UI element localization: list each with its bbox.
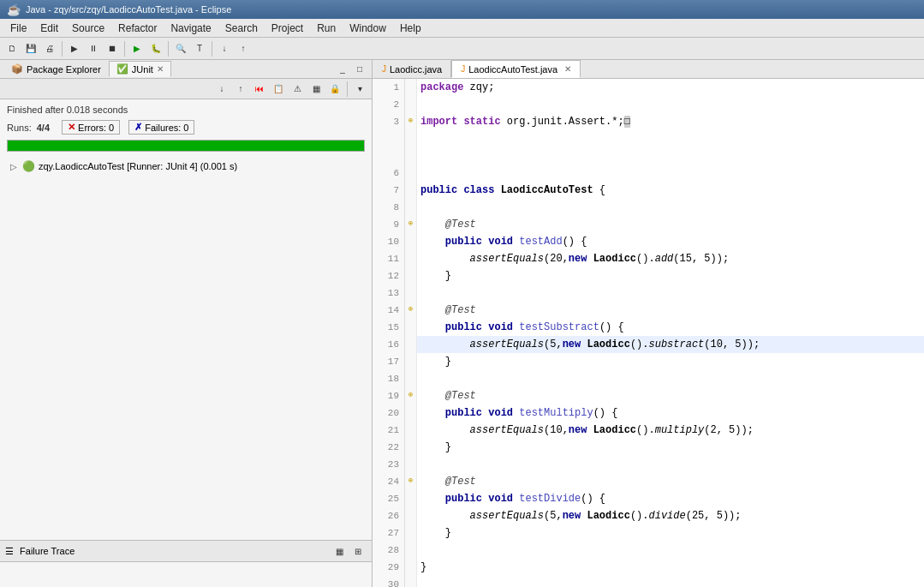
prev-failure-button[interactable]: ↑ — [232, 81, 249, 98]
tab-package-explorer-label: Package Explorer — [27, 64, 101, 75]
editor-tab-laodiccautotest[interactable]: J LaodiccAutoTest.java ✕ — [451, 60, 581, 78]
title-text: Java - zqy/src/zqy/LaodiccAutoTest.java … — [26, 4, 231, 15]
editor-tab-laodicc[interactable]: J Laodicc.java — [373, 60, 451, 78]
history-button[interactable]: 📋 — [270, 81, 287, 98]
junit-icon: ✅ — [116, 63, 128, 75]
open-type-button[interactable]: T — [191, 40, 208, 57]
print-button[interactable]: 🖨 — [41, 40, 58, 57]
line-gutter-11 — [405, 250, 417, 267]
tab-junit[interactable]: ✅ JUnit ✕ — [109, 61, 171, 77]
line-num-30: 30 — [373, 576, 405, 587]
scroll-lock-button[interactable]: 🔒 — [326, 81, 343, 98]
code-line-25: 25 public void testDivide() { — [373, 490, 924, 507]
stop-button[interactable]: ⏹ — [104, 40, 121, 57]
code-line-1: 1 package zqy; — [373, 79, 924, 96]
menu-source[interactable]: Source — [65, 21, 111, 36]
line-num-18: 18 — [373, 370, 405, 387]
line-content-20: public void testMultiply() { — [417, 404, 924, 422]
code-line-22: 22 } — [373, 439, 924, 456]
line-content-28 — [417, 542, 924, 559]
minimize-panel-button[interactable]: _ — [334, 61, 351, 78]
panel-menu-button[interactable]: ▾ — [351, 81, 368, 98]
menu-file[interactable]: File — [3, 21, 33, 36]
line-gutter-30 — [405, 576, 417, 587]
line-content-30 — [417, 576, 924, 587]
code-line-5 — [373, 147, 924, 165]
line-num-5 — [373, 147, 405, 165]
editor-tab-close[interactable]: ✕ — [564, 64, 571, 74]
prev-annot-button[interactable]: ↑ — [235, 40, 252, 57]
line-num-23: 23 — [373, 456, 405, 473]
line-gutter-29 — [405, 559, 417, 576]
errors-box: ✕ Errors: 0 — [62, 120, 120, 135]
run-button[interactable]: ▶ — [128, 40, 146, 57]
line-gutter-14: ⊕ — [405, 302, 417, 319]
line-gutter-1 — [405, 79, 417, 96]
code-editor[interactable]: 1 package zqy; 2 3 ⊕ import static org.j… — [373, 79, 924, 587]
save-button[interactable]: 💾 — [22, 40, 39, 57]
line-content-25: public void testDivide() { — [417, 490, 924, 507]
code-line-20: 20 public void testMultiply() { — [373, 404, 924, 422]
line-content-21: assertEquals(10,new Laodicc().multiply(2… — [417, 422, 924, 439]
line-num-26: 26 — [373, 507, 405, 524]
debug-button[interactable]: 🐛 — [147, 40, 164, 57]
test-tree-item[interactable]: ▷ 🟢 zqy.LaodiccAutoTest [Runner: JUnit 4… — [7, 159, 365, 174]
pause-button[interactable]: ⏸ — [85, 40, 102, 57]
menu-edit[interactable]: Edit — [33, 21, 65, 36]
code-line-19: 19 ⊕ @Test — [373, 387, 924, 404]
show-failures-button[interactable]: ⚠ — [289, 81, 306, 98]
line-num-29: 29 — [373, 559, 405, 576]
line-content-1: package zqy; — [417, 79, 924, 96]
line-num-24: 24 — [373, 473, 405, 490]
new-button[interactable]: 🗋 — [3, 40, 21, 57]
line-num-15: 15 — [373, 319, 405, 336]
menu-search[interactable]: Search — [218, 21, 265, 36]
line-num-11: 11 — [373, 250, 405, 267]
line-content-9: @Test — [417, 216, 924, 233]
line-gutter-23 — [405, 456, 417, 473]
failure-trace-expand-btn[interactable]: ⊞ — [349, 542, 367, 560]
line-num-17: 17 — [373, 353, 405, 370]
line-gutter-15 — [405, 319, 417, 336]
code-line-28: 28 — [373, 542, 924, 559]
editor-panel: J Laodicc.java J LaodiccAutoTest.java ✕ … — [373, 60, 924, 587]
line-gutter-9: ⊕ — [405, 216, 417, 233]
code-line-15: 15 public void testSubstract() { — [373, 319, 924, 336]
code-line-11: 11 assertEquals(20,new Laodicc().add(15,… — [373, 250, 924, 267]
next-annot-button[interactable]: ↓ — [216, 40, 233, 57]
editor-tab-laodiccautotest-label: LaodiccAutoTest.java — [468, 64, 557, 75]
menu-window[interactable]: Window — [343, 21, 393, 36]
menu-help[interactable]: Help — [393, 21, 428, 36]
rerun-button[interactable]: ⏮ — [251, 81, 268, 98]
menu-project[interactable]: Project — [265, 21, 310, 36]
progress-bar-fill — [8, 141, 364, 151]
line-gutter-8 — [405, 199, 417, 216]
code-line-29: 29 } — [373, 559, 924, 576]
maximize-panel-button[interactable]: □ — [351, 61, 368, 78]
line-num-19: 19 — [373, 387, 405, 404]
menu-refactor[interactable]: Refactor — [111, 21, 164, 36]
run-prev-button[interactable]: ▶ — [66, 40, 83, 57]
failures-label: Failures: — [145, 123, 181, 133]
layout-button[interactable]: ▦ — [307, 81, 325, 98]
toolbar-sep-4 — [212, 41, 212, 57]
line-gutter-12 — [405, 267, 417, 285]
code-line-3: 3 ⊕ import static org.junit.Assert.*;□ — [373, 113, 924, 130]
menu-navigate[interactable]: Navigate — [164, 21, 218, 36]
menu-bar: File Edit Source Refactor Navigate Searc… — [0, 19, 924, 38]
line-gutter-6 — [405, 165, 417, 182]
menu-run[interactable]: Run — [310, 21, 343, 36]
failure-trace-layout-btn[interactable]: ▦ — [331, 542, 348, 560]
search-toolbar-button[interactable]: 🔍 — [172, 40, 189, 57]
line-content-5 — [417, 147, 924, 165]
line-num-27: 27 — [373, 524, 405, 542]
code-line-2: 2 — [373, 96, 924, 113]
tab-package-explorer[interactable]: 📦 Package Explorer — [3, 61, 109, 77]
code-line-18: 18 — [373, 370, 924, 387]
line-gutter-25 — [405, 490, 417, 507]
tab-junit-close[interactable]: ✕ — [157, 64, 164, 74]
tree-expand-icon[interactable]: ▷ — [10, 162, 17, 171]
next-failure-button[interactable]: ↓ — [213, 81, 230, 98]
progress-bar-wrap — [7, 140, 365, 152]
app-icon: ☕ — [7, 3, 21, 16]
